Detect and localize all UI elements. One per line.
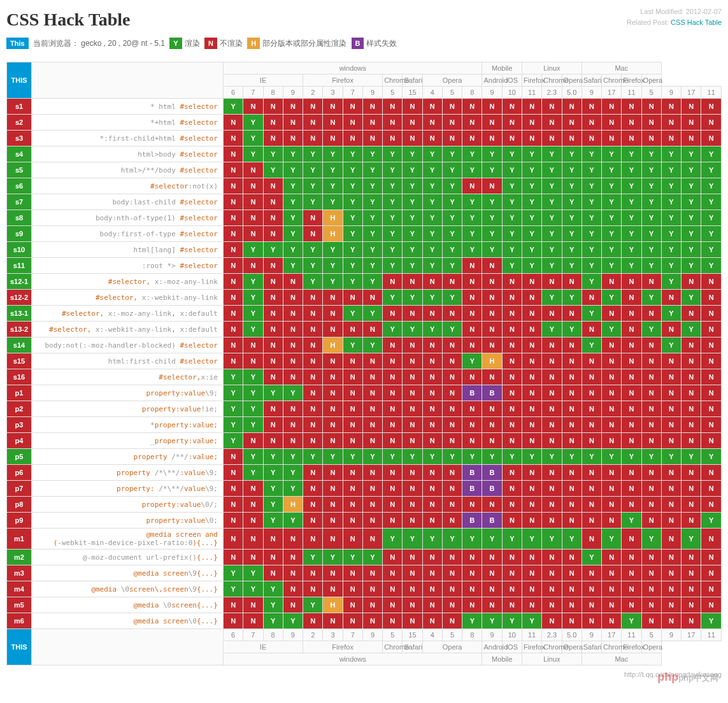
compat-cell: Y xyxy=(462,146,482,162)
page-meta: Last Modified: 2012-02-07 Related Post: … xyxy=(627,6,722,27)
hack-selector: #selector:not(x) xyxy=(32,178,224,194)
compat-cell: Y xyxy=(362,306,382,322)
hack-selector: body:first-of-type #selector xyxy=(32,226,224,242)
compat-cell: N xyxy=(303,115,323,131)
compat-cell: N xyxy=(522,401,541,417)
compat-cell: N xyxy=(622,337,641,353)
compat-cell: N xyxy=(263,417,283,433)
version-footer: 7 xyxy=(243,629,263,641)
row-id: s12-2 xyxy=(7,290,32,306)
compat-cell: Y xyxy=(303,597,323,613)
compat-cell: N xyxy=(542,565,562,581)
compat-cell: N xyxy=(422,353,442,369)
compat-cell: Y xyxy=(442,226,462,242)
compat-cell: N xyxy=(383,465,403,481)
row-id: s11 xyxy=(7,258,32,274)
compat-cell: Y xyxy=(383,146,403,162)
compat-cell: N xyxy=(383,401,403,417)
compat-cell: Y xyxy=(661,210,681,226)
compat-cell: N xyxy=(263,99,283,115)
compat-cell: N xyxy=(602,565,622,581)
compat-cell: Y xyxy=(323,194,343,210)
compat-cell: N xyxy=(224,210,243,226)
watermark: phpphp中文网 xyxy=(657,671,718,684)
compat-cell: N xyxy=(362,433,382,449)
compat-cell: N xyxy=(542,597,562,613)
compat-cell: N xyxy=(482,306,502,322)
compat-cell: Y xyxy=(641,210,661,226)
compat-cell: N xyxy=(442,99,462,115)
compat-cell: Y xyxy=(562,194,582,210)
compat-cell: N xyxy=(422,385,442,401)
compat-cell: N xyxy=(343,385,362,401)
compat-cell: Y xyxy=(701,513,722,529)
compat-cell: N xyxy=(343,433,362,449)
compat-cell: N xyxy=(442,465,462,481)
compat-cell: Y xyxy=(362,274,382,290)
compat-cell: N xyxy=(343,115,362,131)
row-id: s10 xyxy=(7,242,32,258)
version-header: 10 xyxy=(502,87,522,99)
compat-cell: N xyxy=(303,369,323,385)
row-id: m3 xyxy=(7,565,32,581)
compat-cell: N xyxy=(502,131,522,146)
compat-cell: Y xyxy=(362,550,382,565)
compat-cell: N xyxy=(224,497,243,513)
compat-cell: N xyxy=(422,401,442,417)
compat-cell: Y xyxy=(602,226,622,242)
compat-cell: N xyxy=(542,337,562,353)
compat-cell: N xyxy=(442,385,462,401)
compat-cell: N xyxy=(462,369,482,385)
compat-cell: Y xyxy=(682,226,701,242)
compat-cell: Y xyxy=(562,178,582,194)
compat-cell: Y xyxy=(362,337,382,353)
compat-cell: Y xyxy=(422,162,442,178)
compat-cell: N xyxy=(243,210,263,226)
hack-selector: property:value\9; xyxy=(32,385,224,401)
compat-cell: Y xyxy=(502,613,522,629)
compat-cell: N xyxy=(362,529,382,550)
compat-cell: Y xyxy=(602,322,622,337)
hack-selector: property /**/:value; xyxy=(32,449,224,465)
compat-cell: Y xyxy=(283,178,303,194)
compat-cell: Y xyxy=(303,242,323,258)
compat-cell: Y xyxy=(502,242,522,258)
compat-cell: N xyxy=(283,369,303,385)
compat-cell: Y xyxy=(562,226,582,242)
compat-cell: N xyxy=(263,226,283,242)
compat-cell: Y xyxy=(482,162,502,178)
compat-cell: N xyxy=(602,115,622,131)
hack-selector: @media screen\0{...} xyxy=(32,613,224,629)
compat-cell: Y xyxy=(243,449,263,465)
compat-cell: N xyxy=(283,581,303,597)
compat-cell: N xyxy=(243,613,263,629)
compat-cell: N xyxy=(502,513,522,529)
compat-cell: N xyxy=(462,581,482,597)
compat-cell: Y xyxy=(641,226,661,242)
compat-cell: Y xyxy=(243,369,263,385)
os-footer: Mobile xyxy=(482,653,522,665)
related-link[interactable]: CSS Hack Table xyxy=(671,18,722,26)
compat-cell: N xyxy=(542,433,562,449)
compat-cell: N xyxy=(701,322,722,337)
compat-cell: N xyxy=(263,337,283,353)
compat-cell: N xyxy=(482,322,502,337)
compat-cell: N xyxy=(502,306,522,322)
compat-cell: N xyxy=(303,337,323,353)
compat-cell: N xyxy=(462,337,482,353)
compat-cell: Y xyxy=(442,162,462,178)
compat-cell: N xyxy=(682,550,701,565)
compat-cell: N xyxy=(562,131,582,146)
compat-cell: Y xyxy=(542,529,562,550)
compat-cell: N xyxy=(243,529,263,550)
compat-cell: N xyxy=(403,337,422,353)
compat-cell: N xyxy=(701,131,722,146)
compat-cell: N xyxy=(462,433,482,449)
compat-cell: N xyxy=(622,385,641,401)
legend-b: B xyxy=(352,38,364,49)
browser-header: Opera xyxy=(422,75,482,87)
compat-cell: N xyxy=(562,565,582,581)
compat-cell: N xyxy=(383,597,403,613)
compat-cell: Y xyxy=(602,162,622,178)
compat-cell: N xyxy=(482,337,502,353)
